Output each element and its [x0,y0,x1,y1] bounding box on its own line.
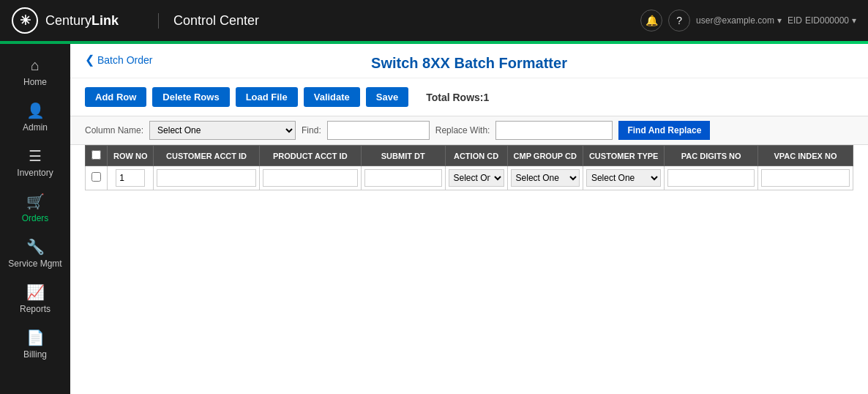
header-pac-digits-no: PAC DIGITS NO [665,146,757,166]
find-label: Find: [302,125,321,135]
total-rows-label: Total Rows:1 [426,92,489,103]
find-input[interactable] [327,121,430,140]
eid-dropdown-button[interactable]: EID EID000000 ▾ [787,15,856,26]
select-all-checkbox[interactable] [91,150,101,160]
submit-dt-input[interactable] [364,169,442,187]
customer-type-cell: Select One Option A Option B [583,166,665,190]
page-header: ❮ Batch Order Switch 8XX Batch Formatter [70,44,868,78]
header-submit-dt: SUBMIT DT [361,146,445,166]
row-no-input[interactable] [116,169,145,187]
save-button[interactable]: Save [366,87,408,107]
logo-star-icon: ✳ [20,12,31,29]
validate-button[interactable]: Validate [304,87,360,107]
bell-button[interactable]: 🔔 [640,10,662,31]
header-cmp-group-cd: CMP GROUP CD [507,146,583,166]
sidebar-item-reports[interactable]: 📈 Reports [0,276,70,321]
total-rows-text: Total Rows: [426,92,483,103]
add-row-button[interactable]: Add Row [85,87,146,107]
sidebar-item-service-mgmt[interactable]: 🔧 Service Mgmt [0,231,70,276]
user-name: user@example.com [696,15,774,26]
load-file-button[interactable]: Load File [236,87,298,107]
breadcrumb-label: Batch Order [97,54,152,66]
top-nav-right: 🔔 ? user@example.com ▾ EID EID000000 ▾ [640,10,856,31]
header-row-no: ROW NO [108,146,154,166]
reports-icon: 📈 [26,283,45,301]
bell-icon: 🔔 [646,15,658,26]
service-mgmt-icon: 🔧 [26,238,45,256]
data-table-wrapper: ROW NO CUSTOMER ACCT ID PRODUCT ACCT ID … [70,145,868,190]
eid-value: EID000000 [805,15,849,26]
logo-text: CenturyLink [45,13,119,29]
table-body: Select One Option A Option B Select One … [86,166,853,190]
product-acct-id-input[interactable] [263,169,358,187]
customer-acct-id-cell [154,166,259,190]
action-cd-select[interactable]: Select One Option A Option B [449,169,504,187]
pac-digits-no-input[interactable] [667,169,754,187]
sidebar-item-orders[interactable]: 🛒 Orders [0,185,70,231]
header-action-cd: ACTION CD [445,146,507,166]
user-dropdown-button[interactable]: user@example.com ▾ [696,15,782,26]
customer-type-select[interactable]: Select One Option A Option B [586,169,662,187]
pac-digits-no-cell [665,166,757,190]
table-header-row: ROW NO CUSTOMER ACCT ID PRODUCT ACCT ID … [86,146,853,166]
back-chevron-icon: ❮ [85,53,94,67]
logo: ✳ CenturyLink [12,7,143,34]
logo-icon: ✳ [12,7,38,34]
data-table: ROW NO CUSTOMER ACCT ID PRODUCT ACCT ID … [85,145,853,190]
admin-icon: 👤 [26,102,45,119]
action-cd-cell: Select One Option A Option B [445,166,507,190]
logo-century: Century [45,13,91,28]
main-layout: ⌂ Home 👤 Admin ☰ Inventory 🛒 Orders 🔧 Se… [0,44,868,394]
vpac-index-no-input[interactable] [761,169,850,187]
table-row: Select One Option A Option B Select One … [86,166,853,190]
sidebar-label-service-mgmt: Service Mgmt [8,259,61,269]
delete-rows-button[interactable]: Delete Rows [152,87,229,107]
logo-link: Link [91,13,119,28]
billing-icon: 📄 [26,329,45,346]
sidebar-item-billing[interactable]: 📄 Billing [0,321,70,367]
sidebar-label-admin: Admin [23,122,48,133]
content-area: ❮ Batch Order Switch 8XX Batch Formatter… [70,44,868,394]
header-customer-type: CUSTOMER TYPE [583,146,665,166]
column-name-select[interactable]: Select One ROW NO CUSTOMER ACCT ID PRODU… [149,121,296,140]
nav-title: Control Center [158,13,259,29]
toolbar: Add Row Delete Rows Load File Validate S… [70,78,868,116]
eid-label: EID [787,15,802,26]
sidebar-label-orders: Orders [22,213,49,223]
total-rows-value: 1 [484,92,490,103]
find-replace-button[interactable]: Find And Replace [618,121,710,140]
sidebar-label-reports: Reports [20,304,50,314]
sidebar: ⌂ Home 👤 Admin ☰ Inventory 🛒 Orders 🔧 Se… [0,44,70,394]
eid-chevron-down-icon: ▾ [852,15,856,26]
sidebar-label-inventory: Inventory [17,168,53,178]
help-button[interactable]: ? [668,10,690,31]
sidebar-item-home[interactable]: ⌂ Home [0,50,70,94]
find-replace-bar: Column Name: Select One ROW NO CUSTOMER … [70,116,868,145]
breadcrumb-link[interactable]: ❮ Batch Order [85,53,152,67]
cmp-group-cd-select[interactable]: Select One Option A Option B [511,169,580,187]
orders-icon: 🛒 [26,193,45,210]
sidebar-item-inventory[interactable]: ☰ Inventory [0,140,70,185]
header-checkbox-col [86,146,108,166]
sidebar-item-admin[interactable]: 👤 Admin [0,94,70,140]
row-checkbox[interactable] [91,172,101,182]
header-vpac-index-no: VPAC INDEX NO [757,146,853,166]
column-name-label: Column Name: [85,125,143,135]
help-icon: ? [676,15,682,26]
replace-label: Replace With: [435,125,490,135]
row-checkbox-cell [86,166,108,190]
row-no-cell [108,166,154,190]
header-product-acct-id: PRODUCT ACCT ID [259,146,361,166]
customer-acct-id-input[interactable] [157,169,255,187]
vpac-index-no-cell [757,166,853,190]
page-title: Switch 8XX Batch Formatter [85,55,853,72]
header-customer-acct-id: CUSTOMER ACCT ID [154,146,259,166]
cmp-group-cd-cell: Select One Option A Option B [507,166,583,190]
home-icon: ⌂ [31,57,40,74]
inventory-icon: ☰ [29,147,42,165]
chevron-down-icon: ▾ [777,15,782,26]
replace-with-input[interactable] [495,121,613,140]
top-nav: ✳ CenturyLink Control Center 🔔 ? user@ex… [0,0,868,41]
sidebar-label-billing: Billing [23,349,47,360]
submit-dt-cell [361,166,445,190]
